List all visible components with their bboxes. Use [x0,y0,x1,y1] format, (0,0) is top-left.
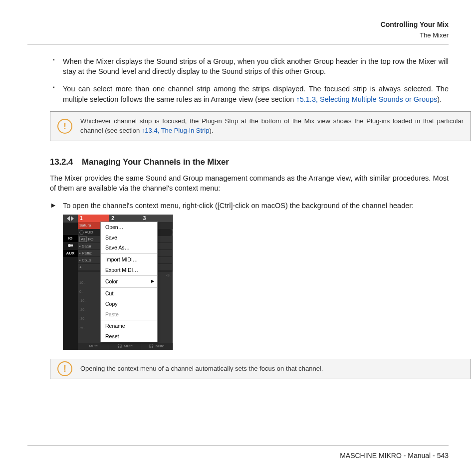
procedure-step: To open the channel's context menu, righ… [50,201,449,211]
menu-open[interactable]: Open… [101,222,157,233]
page-footer: MASCHINE MIKRO - Manual - 543 [27,446,449,461]
mute-row: Mute 🎧Mute 🎧Mute [78,343,173,350]
section-subtitle: The Mixer [27,31,449,40]
context-menu: Open… Save Save As… Import MIDI… Export … [100,222,158,342]
xref-link[interactable]: ↑13.4, The Plug-in Strip [142,127,210,134]
procedure-text: To open the channel's context menu, righ… [63,202,414,210]
page-header: Controlling Your Mix The Mixer [27,20,449,40]
mixer-left-rail: IO AUX [63,215,78,350]
callout-text: Whichever channel strip is focused, the … [80,117,464,134]
warning-icon: ! [57,119,72,134]
menu-reset[interactable]: Reset [101,331,157,342]
svg-marker-0 [67,216,70,221]
header-rule [27,44,449,44]
io-label: IO [63,235,78,242]
menu-cut[interactable]: Cut [101,288,157,299]
section-title: Managing Your Channels in the Mixer [82,157,229,167]
info-callout: ! Opening the context menu of a channel … [50,359,471,379]
channel-tab[interactable]: 3 [141,215,173,222]
menu-color[interactable]: Color [101,276,157,287]
mute-button[interactable]: Mute [78,343,109,350]
expand-icon [67,216,74,221]
menu-save-as[interactable]: Save As… [101,242,157,253]
svg-rect-3 [70,244,73,246]
aux-label: AUX [63,250,78,257]
body-paragraph: The Mixer provides the same Sound and Gr… [50,173,449,194]
menu-export-midi[interactable]: Export MIDI… [101,265,157,275]
xref-link[interactable]: ↑5.1.3, Selecting Multiple Sounds or Gro… [296,95,437,103]
info-callout: ! Whichever channel strip is focused, th… [50,111,471,141]
menu-save[interactable]: Save [101,233,157,243]
mute-button[interactable]: 🎧Mute [141,343,173,350]
warning-icon: ! [57,361,72,376]
bullet-item: You can select more than one channel str… [50,84,449,104]
bullet-text: ). [437,95,442,103]
section-heading: 13.2.4Managing Your Channels in the Mixe… [50,156,449,168]
bullet-list: When the Mixer displays the Sound strips… [50,56,449,104]
plug-icon [67,243,73,248]
callout-text: Opening the context menu of a channel au… [80,365,323,372]
menu-import-midi[interactable]: Import MIDI… [101,254,157,265]
mixer-screenshot: IO AUX 1 2 3 Satura .o ◯ AUD AUD All [63,215,173,350]
mute-button[interactable]: 🎧Mute [109,343,141,350]
chapter-title: Controlling Your Mix [27,20,449,30]
bullet-text: When the Mixer displays the Sound strips… [63,57,449,76]
section-number: 13.2.4 [50,157,73,167]
footer-text: MASCHINE MIKRO - Manual - 543 [27,451,449,461]
channel-tabs: 1 2 3 [78,215,173,222]
callout-text: ). [209,127,213,134]
content-area: When the Mixer displays the Sound strips… [27,56,449,379]
menu-copy[interactable]: Copy [101,299,157,309]
menu-paste: Paste [101,309,157,320]
channel-tab[interactable]: 2 [109,215,141,222]
channel-tab[interactable]: 1 [78,215,109,222]
menu-rename[interactable]: Rename [101,321,157,331]
bullet-item: When the Mixer displays the Sound strips… [50,56,449,77]
svg-marker-1 [71,216,74,221]
